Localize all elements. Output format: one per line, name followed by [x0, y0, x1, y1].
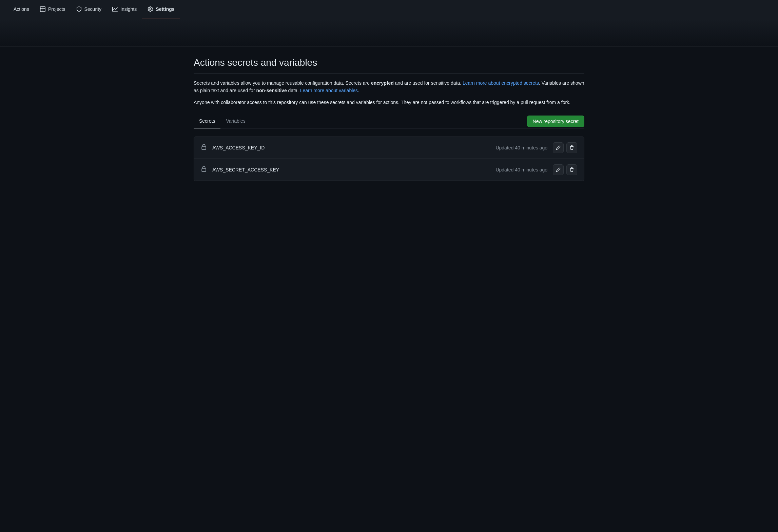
description-section: Secrets and variables allow you to manag… [194, 79, 584, 106]
tabs-left: Secrets Variables [194, 114, 251, 128]
secret-name-2: AWS_SECRET_ACCESS_KEY [212, 167, 495, 172]
nav-item-actions[interactable]: Actions [8, 0, 35, 19]
gear-icon [148, 6, 153, 12]
nav-item-security[interactable]: Security [71, 0, 107, 19]
lock-icon [201, 166, 207, 174]
secret-updated-2: Updated 40 minutes ago [495, 167, 547, 172]
secret-actions-2 [553, 164, 577, 175]
shield-icon [76, 6, 82, 12]
table-row: AWS_SECRET_ACCESS_KEY Updated 40 minutes… [194, 159, 584, 181]
delete-secret-2-button[interactable] [566, 164, 577, 175]
lock-icon [201, 144, 207, 152]
table-row: AWS_ACCESS_KEY_ID Updated 40 minutes ago [194, 137, 584, 159]
top-nav: Actions Projects Security Insights [0, 0, 778, 19]
description-paragraph-1: Secrets and variables allow you to manag… [194, 79, 584, 95]
nav-label-projects: Projects [48, 6, 65, 12]
learn-more-secrets-link[interactable]: Learn more about encrypted secrets [463, 80, 539, 86]
desc1-bold1: encrypted [371, 80, 394, 86]
sub-header [0, 19, 778, 46]
nav-label-actions: Actions [14, 6, 29, 12]
secret-name-1: AWS_ACCESS_KEY_ID [212, 145, 495, 150]
nav-item-settings[interactable]: Settings [142, 0, 180, 19]
table-icon [40, 6, 45, 12]
nav-item-insights[interactable]: Insights [107, 0, 142, 19]
edit-secret-1-button[interactable] [553, 142, 564, 153]
page-title: Actions secrets and variables [194, 57, 584, 74]
desc1-prefix: Secrets and variables allow you to manag… [194, 80, 371, 86]
secret-actions-1 [553, 142, 577, 153]
nav-label-security: Security [84, 6, 102, 12]
edit-secret-2-button[interactable] [553, 164, 564, 175]
nav-label-insights: Insights [120, 6, 137, 12]
desc1-middle: and are used for sensitive data. [394, 80, 463, 86]
desc1-after-bold2: data. [287, 88, 300, 93]
secrets-list: AWS_ACCESS_KEY_ID Updated 40 minutes ago [194, 137, 584, 181]
nav-label-settings: Settings [156, 6, 174, 12]
delete-secret-1-button[interactable] [566, 142, 577, 153]
learn-more-variables-link[interactable]: Learn more about variables [300, 88, 358, 93]
main-content: Actions secrets and variables Secrets an… [186, 46, 592, 192]
tab-variables[interactable]: Variables [220, 114, 251, 128]
secret-updated-1: Updated 40 minutes ago [495, 145, 547, 150]
desc1-bold2: non-sensitive [256, 88, 287, 93]
desc1-end: . [358, 88, 359, 93]
graph-icon [112, 6, 118, 12]
description-paragraph-2: Anyone with collaborator access to this … [194, 99, 584, 106]
tabs-row: Secrets Variables New repository secret [194, 114, 584, 128]
nav-item-projects[interactable]: Projects [35, 0, 71, 19]
tab-secrets[interactable]: Secrets [194, 114, 220, 128]
new-repository-secret-button[interactable]: New repository secret [527, 116, 584, 127]
